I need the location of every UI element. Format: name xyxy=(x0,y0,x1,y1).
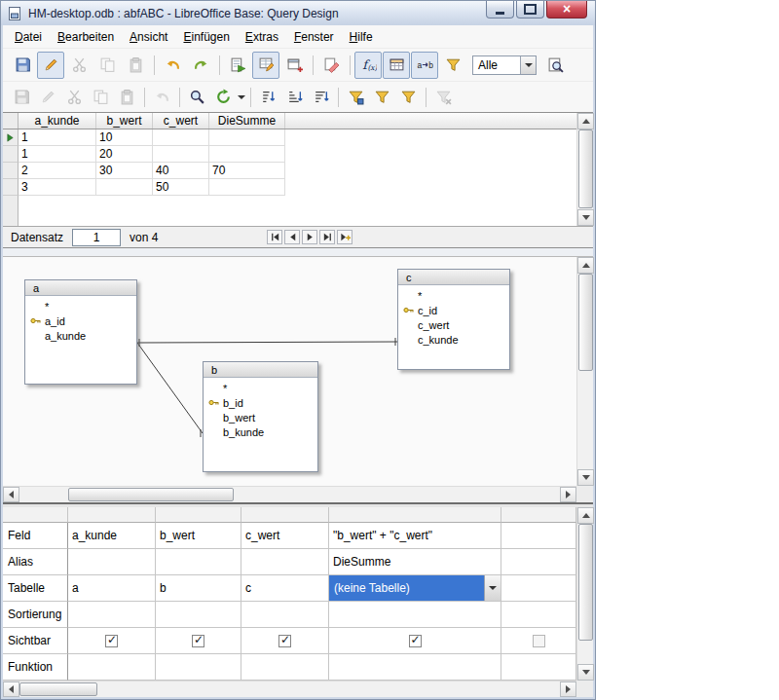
menu-datei[interactable]: Datei xyxy=(7,26,50,48)
table-combo[interactable]: (keine Tabelle) xyxy=(329,575,501,601)
previous-record-button[interactable] xyxy=(284,230,300,244)
undo-button[interactable] xyxy=(149,85,174,110)
results-cell[interactable] xyxy=(209,129,285,146)
grid-cell[interactable] xyxy=(329,602,501,628)
distinct-values-toggle[interactable] xyxy=(439,52,466,79)
results-cell[interactable]: 30 xyxy=(96,163,153,179)
minimize-button[interactable] xyxy=(486,1,514,18)
results-cell[interactable] xyxy=(209,179,285,196)
table-field[interactable]: c_wert xyxy=(398,317,509,332)
results-cell[interactable] xyxy=(209,146,285,163)
scroll-thumb[interactable] xyxy=(578,274,593,371)
alias-toggle[interactable] xyxy=(411,52,438,79)
sort-descending-button[interactable] xyxy=(308,85,333,110)
table-field[interactable]: b_wert xyxy=(204,410,317,424)
row-selector-header[interactable] xyxy=(3,113,19,129)
scroll-left-button[interactable] xyxy=(3,682,19,697)
results-cell[interactable] xyxy=(153,129,209,146)
scroll-thumb[interactable] xyxy=(68,488,234,501)
grid-cell[interactable] xyxy=(68,549,156,575)
limit-dropdown-button[interactable] xyxy=(520,56,536,74)
undo-button[interactable] xyxy=(159,52,186,79)
scroll-up-button[interactable] xyxy=(577,257,594,274)
scroll-down-button[interactable] xyxy=(577,209,594,226)
apply-filter-button[interactable] xyxy=(369,85,394,110)
limit-select[interactable]: Alle xyxy=(472,55,537,75)
scroll-track[interactable] xyxy=(19,682,560,697)
scroll-up-button[interactable] xyxy=(577,507,594,524)
reset-filter-button[interactable] xyxy=(430,85,456,110)
redo-button[interactable] xyxy=(187,52,214,79)
grid-cell[interactable] xyxy=(68,654,156,681)
grid-cell[interactable] xyxy=(501,549,576,575)
table-field[interactable]: c_id xyxy=(398,303,509,317)
clear-query-button[interactable] xyxy=(317,52,345,79)
table-card-b[interactable]: b * b_id b_wert b_kunde xyxy=(203,361,318,472)
scroll-down-button[interactable] xyxy=(577,469,594,486)
column-header-DieSumme[interactable]: DieSumme xyxy=(209,113,285,129)
grid-cell[interactable]: a xyxy=(68,575,156,602)
table-combo-selected[interactable]: (keine Tabelle) xyxy=(329,575,484,601)
scroll-down-button[interactable] xyxy=(577,664,594,681)
run-sql-directly-button[interactable] xyxy=(541,52,569,79)
add-table-button[interactable] xyxy=(280,52,308,79)
results-cell[interactable]: 50 xyxy=(153,179,209,196)
results-cell[interactable]: 70 xyxy=(209,163,285,179)
grid-cell[interactable] xyxy=(329,654,501,681)
results-cell[interactable]: 10 xyxy=(96,129,153,146)
results-cell[interactable] xyxy=(153,146,209,163)
scroll-up-button[interactable] xyxy=(577,113,594,129)
close-button[interactable]: × xyxy=(546,1,587,18)
switch-design-view-button[interactable] xyxy=(252,52,279,79)
table-field[interactable]: * xyxy=(204,381,317,395)
paste-button[interactable] xyxy=(122,52,149,79)
cut-button[interactable] xyxy=(61,85,87,110)
scroll-thumb[interactable] xyxy=(578,524,593,641)
next-record-button[interactable] xyxy=(302,230,317,244)
column-header-c_wert[interactable]: c_wert xyxy=(153,113,209,129)
menu-extras[interactable]: Extras xyxy=(238,26,286,48)
results-cell[interactable]: 3 xyxy=(19,179,96,196)
visible-checkbox[interactable] xyxy=(409,635,422,647)
grid-cell[interactable]: b_wert xyxy=(156,523,241,549)
grid-column-header[interactable] xyxy=(241,507,329,523)
grid-vertical-scrollbar[interactable] xyxy=(576,507,593,681)
sort-ascending-button[interactable] xyxy=(281,85,307,110)
table-card-title[interactable]: a xyxy=(25,280,136,296)
edit-data-button[interactable] xyxy=(35,85,60,110)
visible-checkbox[interactable] xyxy=(192,635,204,647)
grid-cell[interactable]: c_wert xyxy=(241,523,329,549)
refresh-button[interactable] xyxy=(210,85,236,110)
row-selector[interactable] xyxy=(3,146,19,163)
save-button[interactable] xyxy=(9,52,36,79)
results-cell[interactable]: 1 xyxy=(19,146,96,163)
scroll-left-button[interactable] xyxy=(3,487,19,502)
visible-checkbox[interactable] xyxy=(533,635,545,647)
maximize-button[interactable] xyxy=(516,1,544,18)
grid-cell[interactable]: a_kunde xyxy=(68,523,156,549)
menu-bearbeiten[interactable]: Bearbeiten xyxy=(50,26,122,48)
paste-button[interactable] xyxy=(114,85,139,110)
scroll-thumb[interactable] xyxy=(578,129,593,208)
scroll-track[interactable] xyxy=(19,487,560,502)
grid-cell[interactable] xyxy=(501,523,576,549)
grid-column-header[interactable] xyxy=(68,507,156,523)
table-field[interactable]: b_id xyxy=(204,395,317,410)
table-card-title[interactable]: c xyxy=(398,270,509,285)
table-field[interactable]: b_kunde xyxy=(204,424,317,439)
functions-toggle[interactable] xyxy=(354,52,382,79)
column-header-b_wert[interactable]: b_wert xyxy=(96,113,153,129)
results-cell[interactable]: 40 xyxy=(153,163,209,179)
standard-filter-button[interactable] xyxy=(395,85,421,110)
bottom-horizontal-scrollbar[interactable] xyxy=(3,681,576,697)
table-field[interactable]: c_kunde xyxy=(398,332,509,347)
visible-checkbox[interactable] xyxy=(105,635,118,647)
grid-cell-table-combo[interactable]: (keine Tabelle) xyxy=(329,575,501,602)
design-horizontal-scrollbar[interactable] xyxy=(3,486,576,502)
results-vertical-scrollbar[interactable] xyxy=(576,113,593,226)
grid-cell[interactable] xyxy=(156,654,241,681)
visible-checkbox[interactable] xyxy=(278,635,291,647)
menu-hilfe[interactable]: Hilfe xyxy=(342,26,381,48)
grid-cell[interactable] xyxy=(241,602,329,628)
run-query-button[interactable] xyxy=(224,52,251,79)
